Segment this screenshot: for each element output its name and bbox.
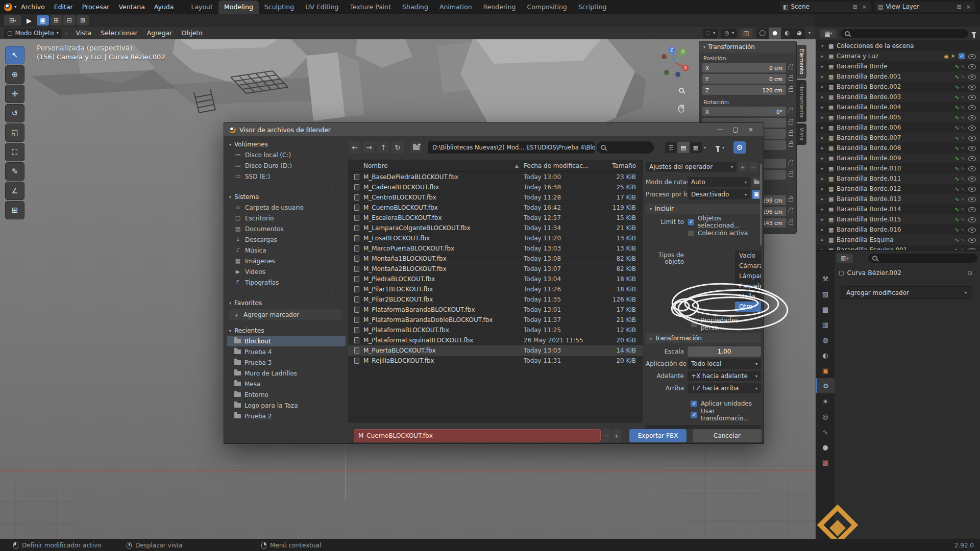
checkbox-icon[interactable] <box>691 412 697 418</box>
settings-gear-button[interactable]: ⚙ <box>733 141 746 154</box>
lock-icon[interactable] <box>789 198 793 202</box>
filename-increment-button[interactable]: ＋ <box>612 429 621 442</box>
expand-icon[interactable]: ▸ <box>821 84 828 89</box>
tool-measure[interactable]: ∠ <box>5 182 24 200</box>
menu-ventana[interactable]: Ventana <box>114 0 149 14</box>
rotation-x-field[interactable]: X0° <box>702 107 793 116</box>
maximize-button[interactable]: ▢ <box>728 126 743 133</box>
object-type-esqueleto[interactable]: Esqueleto <box>735 281 761 291</box>
menu-editar[interactable]: Editar <box>50 0 78 14</box>
checkbox-icon[interactable] <box>688 230 694 237</box>
outliner-item[interactable]: ▸▦Barandilla Borde.001∿∿ <box>816 71 980 82</box>
cancel-button[interactable]: Cancelar <box>693 429 762 442</box>
sidebar-item-imagenes[interactable]: ▦Imágenes <box>227 256 346 266</box>
new-scene-icon[interactable]: ⊞ <box>852 4 859 10</box>
expand-icon[interactable]: ▸ <box>821 227 828 232</box>
system-header[interactable]: ▾Sistema <box>227 192 346 202</box>
display-vertical-list-icon[interactable]: ☰ <box>665 142 677 153</box>
expand-icon[interactable]: ▸ <box>821 237 828 242</box>
sidebar-item-tipografias[interactable]: FTipografías <box>227 277 346 288</box>
expand-icon[interactable]: ▸ <box>821 125 828 130</box>
viewport-menu-objeto[interactable]: Objeto <box>177 26 207 40</box>
workspace-tab-modeling[interactable]: Modeling <box>218 1 259 14</box>
outliner-item[interactable]: ▸▦Barandilla Borde.011∿∿ <box>816 173 980 184</box>
sidebar-item-muro-de-ladrillos[interactable]: Muro de Ladrillos <box>227 368 346 379</box>
properties-tab-render[interactable]: ▧ <box>816 286 835 302</box>
shading-material-icon[interactable]: ◐ <box>781 28 793 39</box>
outliner-item[interactable]: ▸▦Barandilla Borde.008∿∿ <box>816 143 980 153</box>
workspace-tab-uv-editing[interactable]: UV Editing <box>300 1 344 14</box>
file-row[interactable]: M_PlataformaEsquinaBLOCKOUT.fbx26 May 20… <box>348 335 643 345</box>
npanel-tab-vista[interactable]: Vista <box>797 123 806 145</box>
display-thumbnails-icon[interactable]: ▦ <box>690 142 702 153</box>
transform-check-aplicar-unidades[interactable]: Aplicar unidades <box>691 398 761 409</box>
pin-icon[interactable]: ⊙ <box>967 269 972 277</box>
transform-section-header[interactable]: ▾Transformación <box>646 333 761 343</box>
collapse-icon[interactable]: ▾ <box>821 43 828 48</box>
column-date[interactable]: Fecha de modificac... <box>524 162 599 169</box>
visibility-eye-icon[interactable] <box>968 73 976 81</box>
visibility-eye-icon[interactable] <box>968 175 976 183</box>
tool-rotate[interactable]: ↺ <box>5 104 24 122</box>
expand-icon[interactable]: ▸ <box>821 64 828 69</box>
expand-icon[interactable]: ▸ <box>821 54 828 59</box>
sidebar-item-disco-duro-d[interactable]: ▭Disco Duro (D:) <box>227 160 346 171</box>
tool-move[interactable]: ✛ <box>5 85 24 103</box>
expand-icon[interactable]: ▸ <box>821 186 828 191</box>
properties-tab-physics[interactable]: ◎ <box>816 409 835 424</box>
path-mode-dropdown[interactable]: Auto▾ <box>688 177 750 187</box>
outliner-item[interactable]: ▸▦Barandilla Borde.014∿∿ <box>816 204 980 214</box>
properties-tab-particles[interactable]: ∗ <box>816 393 835 409</box>
transform-check-usar-transformacio[interactable]: Usar transformacio... <box>691 410 761 420</box>
properties-tab-object-data[interactable]: ∿ <box>816 424 835 439</box>
batch-mode-dropdown[interactable]: Desactivado▾ <box>688 189 750 199</box>
visibility-eye-icon[interactable] <box>968 185 976 193</box>
file-row[interactable]: M_EscaleraBLOCKOUT.fbxToday 12:5715 KiB <box>348 213 643 223</box>
workspace-tab-scripting[interactable]: Scripting <box>573 1 612 14</box>
visibility-eye-icon[interactable] <box>968 165 976 172</box>
object-type-malla[interactable]: Malla <box>735 291 761 302</box>
expand-icon[interactable]: ▸ <box>821 145 828 151</box>
editor-type-button[interactable]: ⊞ ▾ <box>4 15 21 26</box>
file-row[interactable]: M_PlataformaBLOCKOUT.fbxToday 11:2512 Ki… <box>348 325 643 335</box>
tool-scale[interactable]: ◱ <box>5 123 24 142</box>
object-type-lampara[interactable]: Lámpara <box>735 271 761 281</box>
lock-icon[interactable] <box>789 88 793 92</box>
outliner-item[interactable]: ▸▦Barandilla Borde.009∿∿ <box>816 153 980 163</box>
properties-tab-active-tool[interactable]: ⚒ <box>816 271 835 286</box>
tool-add-cube[interactable]: ⊞ <box>5 201 24 219</box>
file-row[interactable]: M_CuernoBLOCKOUT.fbxToday 16:42119 KiB <box>348 203 643 213</box>
outliner-item[interactable]: ▸▦Barandilla Esquina∿∿ <box>816 235 980 245</box>
sidebar-item-ssd-e[interactable]: ▭SSD (E:) <box>227 171 346 182</box>
lock-icon[interactable] <box>789 66 793 69</box>
axis-neg-x[interactable] <box>662 54 667 59</box>
outliner-item[interactable]: ▸▦Barandilla Borde.002∿∿ <box>816 82 980 92</box>
shading-solid-icon[interactable]: ● <box>769 28 781 39</box>
file-row[interactable]: M_MarcoPuertaBLOCKOUT.fbxToday 13:0313 K… <box>348 243 643 254</box>
recent-header[interactable]: ▾Recientes <box>227 325 346 336</box>
tool-transform[interactable]: ⛶ <box>5 143 24 161</box>
sidebar-item-entorno[interactable]: Entorno <box>227 389 346 400</box>
file-row[interactable]: M_RejillaBLOCKOUT.fbxToday 11:3120 KiB <box>348 356 643 366</box>
select-mode-extend-icon[interactable]: ⊞ <box>50 15 62 26</box>
close-button[interactable]: × <box>743 126 758 133</box>
expand-icon[interactable]: ▸ <box>821 156 828 161</box>
properties-tab-output[interactable]: ▤ <box>816 302 835 317</box>
operator-scrollbar[interactable] <box>760 164 762 245</box>
outliner-item[interactable]: ▸▦Camara y Luz◉☀✓ <box>816 51 980 61</box>
properties-editor-type-button[interactable]: ▥ ▾ <box>837 254 853 263</box>
sidebar-item-documentos[interactable]: ▤Documentos <box>227 223 346 234</box>
sidebar-item-prueba-3[interactable]: Prueba 3 <box>227 357 346 368</box>
shading-dropdown-icon[interactable]: ▾ <box>808 31 811 35</box>
viewport-menu-seleccionar[interactable]: Seleccionar <box>96 26 142 40</box>
properties-tab-scene[interactable]: ◍ <box>816 332 835 347</box>
remove-preset-button[interactable]: − <box>749 162 758 171</box>
create-folder-button[interactable]: + <box>410 141 422 154</box>
sidebar-item-descargas[interactable]: ↓Descargas <box>227 234 346 245</box>
sidebar-item-musica[interactable]: ♪Música <box>227 245 346 256</box>
file-row[interactable]: M_BaseDePiedraBLOCKOUT.fbxToday 13:0023 … <box>348 172 643 182</box>
view-layer-selector[interactable]: ▤ View Layer ⊞ × <box>875 2 975 12</box>
properties-tab-modifiers[interactable]: ⚙ <box>816 378 835 393</box>
object-type-otro[interactable]: Otro <box>735 302 761 312</box>
lock-icon[interactable] <box>789 221 793 224</box>
